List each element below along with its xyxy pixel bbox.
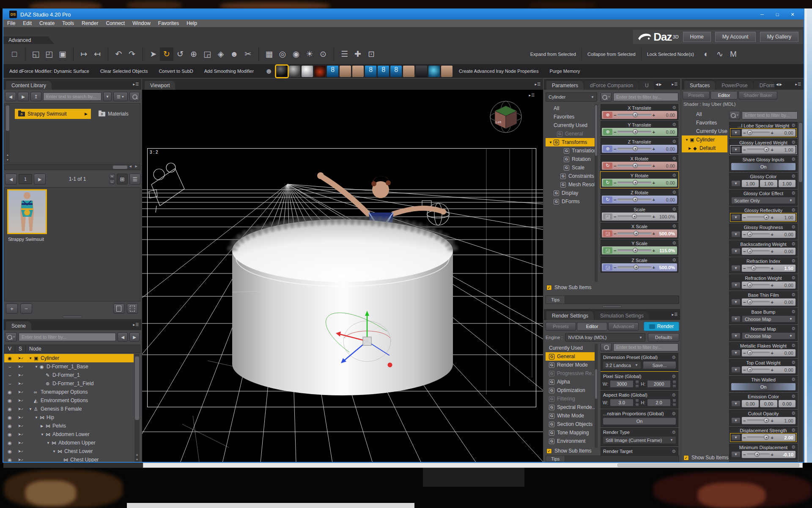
nudge-up-button[interactable]: + (771, 351, 774, 356)
tips-label[interactable]: Tips (546, 296, 565, 304)
hscroll-thumb[interactable] (113, 166, 127, 169)
expand-arrow[interactable]: ▶ (85, 112, 88, 116)
gear-icon[interactable]: ⚙ (791, 174, 796, 179)
folder-item-strappy-swimsuit[interactable]: S Strappy Swimsuit ▶ (15, 109, 91, 119)
render-settings-nav-item[interactable]: G Optimization (546, 386, 597, 395)
parameters-nav-item[interactable]: G Constraints (546, 172, 597, 180)
pane-menu-icon[interactable]: ▸☰ (535, 82, 540, 86)
tab-simulation-settings[interactable]: Simulation Settings (595, 311, 649, 320)
slider-knob[interactable] (633, 112, 638, 117)
tab-viewport[interactable]: Viewport (145, 81, 175, 90)
property-value[interactable]: 0.00 (775, 367, 794, 373)
gear-icon[interactable]: ⚙ (791, 140, 796, 145)
map-dropdown-icon[interactable]: ▼ (731, 350, 741, 356)
gear-icon[interactable]: ⚙ (791, 461, 796, 462)
nudge-down-button[interactable]: − (614, 248, 616, 253)
workspace-tab-advanced[interactable]: Advanced (3, 36, 54, 44)
nudge-down-button[interactable]: − (743, 147, 746, 152)
pixel-height-field[interactable]: 2000 (647, 380, 671, 388)
parameter-value[interactable]: 500.0% (656, 265, 676, 270)
maximize-button[interactable]: □ (770, 9, 785, 19)
subtab-advanced[interactable]: Advanced (608, 322, 639, 331)
slider-track[interactable] (617, 165, 651, 167)
defaults-button[interactable]: Defaults (648, 333, 679, 342)
selectable-cursor-icon[interactable]: ➤✓ (15, 458, 26, 462)
copy-icon[interactable] (113, 304, 124, 314)
scene-tree-row[interactable]: ◉ ➤✓ ◭ Environment Options (4, 396, 134, 405)
tab-dforce-companion[interactable]: dForce Companion (584, 81, 639, 90)
gear-icon[interactable]: ⚙ (791, 241, 796, 247)
surfaces-nav-item[interactable]: Currently Used (682, 127, 727, 135)
render-settings-nav-item[interactable]: G Alpha (546, 378, 597, 386)
tab-powerpose[interactable]: PowerPose (716, 81, 753, 90)
toggle-value[interactable]: On (731, 383, 796, 390)
nudge-up-button[interactable]: + (653, 248, 655, 253)
import-icon[interactable]: ↦ (73, 47, 91, 61)
red-material-thumb[interactable] (314, 66, 326, 77)
nudge-down-button[interactable]: − (614, 231, 616, 236)
asset-thumbnail-strappy-swimsuit[interactable] (7, 189, 47, 234)
panel-splitter[interactable] (63, 316, 82, 318)
tab-scroll-left-icon[interactable]: ◀ (656, 83, 658, 86)
scene-node-label[interactable]: Chest Upper (70, 457, 99, 462)
nudge-up-button[interactable]: + (771, 232, 774, 237)
nudge-down-button[interactable]: − (614, 180, 616, 185)
subtab-shader-baker[interactable]: Shader Baker (738, 91, 777, 99)
shader-ball-gray-thumb[interactable] (289, 66, 300, 77)
selectable-cursor-icon[interactable]: ➤✓ (15, 364, 26, 369)
scene-node-label[interactable]: Cylinder (41, 355, 59, 361)
menu-create[interactable]: Create (36, 20, 58, 26)
gear-icon[interactable]: ⚙ (791, 123, 796, 128)
grid-view-button[interactable]: ⊞ (117, 174, 128, 185)
property-value[interactable]: 0.00 (775, 283, 794, 288)
surfaces-nav-item[interactable]: ▼ ▣ Cylinder (682, 135, 727, 144)
property-value[interactable]: 2.00 (775, 435, 794, 440)
nudge-up-button[interactable]: + (771, 147, 774, 152)
tab-scroll-right-icon[interactable]: ▶ (779, 83, 782, 86)
parameter-value[interactable]: 0.00 (656, 163, 676, 168)
nudge-down-button[interactable]: − (743, 130, 746, 135)
surfaces-nav-item[interactable]: Favorites (682, 119, 727, 127)
slider-knob[interactable] (634, 231, 639, 236)
parameters-nav-item[interactable]: G DForms (546, 197, 597, 206)
gear-icon[interactable]: ⚙ (791, 326, 796, 331)
gear-icon[interactable]: ⚙ (791, 207, 796, 213)
scene-node-label[interactable]: Environment Options (41, 398, 88, 403)
menu-favorites[interactable]: Favorites (154, 20, 183, 26)
export-icon[interactable]: ↤ (91, 47, 104, 61)
gear-icon[interactable]: ⚙ (791, 360, 796, 365)
pane-menu-icon[interactable]: ▸☰ (133, 323, 139, 327)
expand-arrow-icon[interactable]: ▼ (549, 141, 554, 144)
skin-preset-thumb[interactable] (403, 66, 414, 77)
nudge-up-button[interactable]: + (653, 113, 655, 118)
parameters-nav-item[interactable]: G Translation (546, 146, 597, 155)
render-nav-scrollbar[interactable] (595, 344, 598, 448)
parameters-nav-item[interactable]: G Scale (546, 163, 597, 172)
visibility-eye-icon[interactable]: ◉ (4, 432, 15, 437)
property-value[interactable]: 0.00 (775, 249, 794, 254)
nudge-up-button[interactable]: + (771, 283, 774, 288)
panel-splitter[interactable] (602, 306, 622, 308)
slider-knob[interactable] (747, 299, 752, 304)
choose-map-button[interactable]: Choose Map▼ (742, 332, 796, 340)
selectable-cursor-icon[interactable]: ➤✓ (15, 441, 26, 445)
forward-button[interactable]: ▶ (18, 92, 29, 101)
property-value[interactable]: 0.00 (775, 300, 794, 305)
node-selector-dropdown[interactable]: Cylinder▼ (546, 92, 597, 102)
nudge-up-button[interactable]: + (653, 163, 655, 168)
slider-track[interactable] (747, 453, 769, 456)
scissors-tool-icon[interactable]: ✂ (241, 47, 255, 61)
purge-memory-button[interactable]: Purge Memory (549, 69, 580, 74)
menu-render[interactable]: Render (78, 20, 102, 26)
node-box-icon[interactable]: ⊡ (365, 47, 378, 61)
redo-icon[interactable]: ↷ (125, 47, 139, 61)
property-dropdown[interactable]: Scatter Only▼ (731, 197, 796, 204)
gear-icon[interactable]: ⚙ (672, 122, 676, 127)
search-options-dropdown[interactable]: ▼ (103, 92, 112, 101)
surfaces-nav-item[interactable]: All (682, 110, 727, 119)
selectable-cursor-icon[interactable]: ➤✓ (15, 415, 26, 420)
property-value[interactable]: 1.00 (775, 147, 794, 152)
slider-knob[interactable] (747, 130, 752, 135)
slider-track[interactable] (747, 233, 769, 235)
my-gallery-button[interactable]: My Gallery (760, 32, 798, 42)
